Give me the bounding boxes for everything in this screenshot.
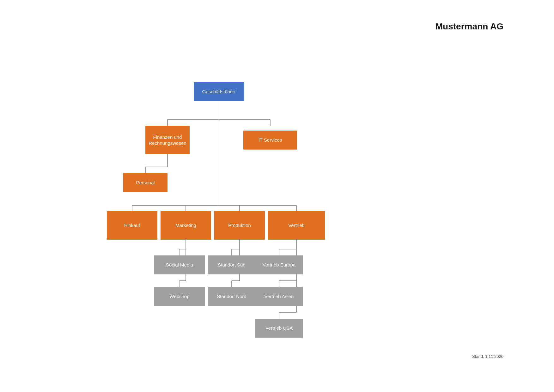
- box-vertrieb-usa: Vertrieb USA: [255, 319, 303, 338]
- box-standort-sued: Standort Süd: [208, 255, 255, 274]
- box-marketing: Marketing: [161, 211, 211, 240]
- box-it-services: IT Services: [243, 131, 297, 150]
- box-standort-nord: Standort Nord: [208, 287, 255, 306]
- box-vertrieb: Vertrieb: [268, 211, 325, 240]
- box-social-media: Social Media: [154, 255, 205, 274]
- box-personal: Personal: [123, 173, 167, 192]
- box-vertrieb-europa: Vertrieb Europa: [255, 255, 303, 274]
- box-einkauf: Einkauf: [107, 211, 157, 240]
- box-produktion: Produktion: [214, 211, 265, 240]
- box-finanzen: Finanzen und Rechnungswesen: [145, 126, 190, 154]
- box-geschaeftsfuehrer: Geschäftsführer: [194, 82, 244, 101]
- org-chart: Geschäftsführer Finanzen und Rechnungswe…: [0, 38, 554, 392]
- box-webshop: Webshop: [154, 287, 205, 306]
- page-title: Mustermann AG: [435, 21, 503, 32]
- box-vertrieb-asien: Vertrieb Asien: [255, 287, 303, 306]
